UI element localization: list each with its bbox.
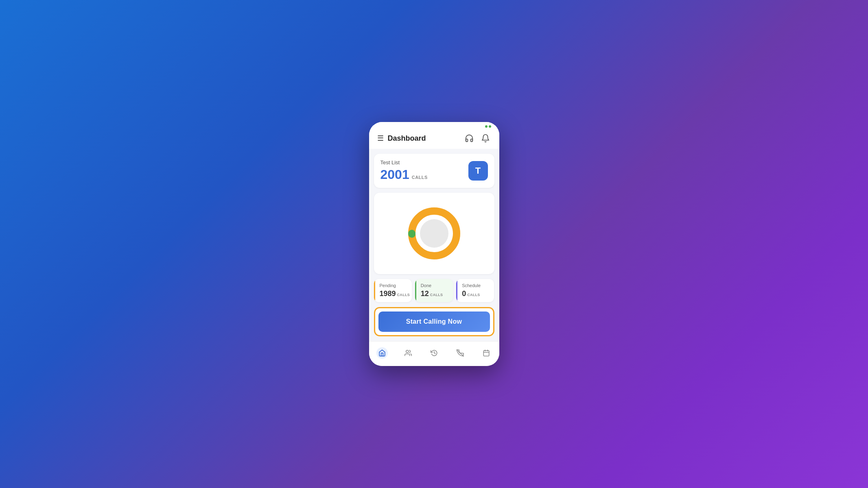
stats-row: Pending 1989 CALLS Done 12 CALLS Schedul… bbox=[374, 279, 494, 302]
stat-card-schedule: Schedule 0 CALLS bbox=[456, 279, 494, 302]
stat-card-pending: Pending 1989 CALLS bbox=[374, 279, 412, 302]
start-calling-button[interactable]: Start Calling Now bbox=[378, 312, 490, 332]
stat-label-done: Done bbox=[421, 283, 449, 288]
home-icon bbox=[376, 347, 388, 359]
schedule-number: 0 bbox=[462, 290, 466, 298]
stat-count-pending: 1989 CALLS bbox=[380, 290, 408, 298]
done-calls-label: CALLS bbox=[430, 293, 443, 297]
status-dot-1 bbox=[485, 125, 488, 128]
stat-count-schedule: 0 CALLS bbox=[462, 290, 490, 298]
nav-item-history[interactable] bbox=[424, 346, 445, 360]
donut-inner bbox=[420, 219, 448, 248]
svg-point-3 bbox=[406, 350, 408, 353]
stat-label-schedule: Schedule bbox=[462, 283, 490, 288]
start-calling-container: Start Calling Now bbox=[374, 307, 494, 336]
header: ☰ Dashboard bbox=[369, 129, 499, 149]
test-list-count: 2001 CALLS bbox=[380, 167, 428, 182]
contacts-icon bbox=[402, 347, 414, 359]
nav-item-phone[interactable] bbox=[450, 346, 471, 360]
phone-icon bbox=[455, 347, 466, 359]
done-number: 12 bbox=[421, 290, 429, 298]
phone-frame: ☰ Dashboard bbox=[369, 122, 499, 366]
hamburger-icon[interactable]: ☰ bbox=[377, 134, 384, 143]
nav-item-contacts[interactable] bbox=[398, 346, 419, 360]
main-content: Test List 2001 CALLS T bbox=[369, 149, 499, 341]
nav-item-home[interactable] bbox=[372, 346, 393, 360]
page-title: Dashboard bbox=[388, 134, 426, 143]
test-list-card: Test List 2001 CALLS T bbox=[374, 154, 494, 188]
schedule-calls-label: CALLS bbox=[467, 293, 480, 297]
svg-rect-5 bbox=[483, 351, 489, 356]
test-list-info: Test List 2001 CALLS bbox=[380, 159, 428, 182]
bell-icon[interactable] bbox=[480, 133, 491, 144]
call-count-label: CALLS bbox=[412, 175, 428, 180]
stat-count-done: 12 CALLS bbox=[421, 290, 449, 298]
call-count-number: 2001 bbox=[380, 167, 409, 182]
chart-area bbox=[374, 193, 494, 274]
stat-card-done: Done 12 CALLS bbox=[415, 279, 453, 302]
stat-label-pending: Pending bbox=[380, 283, 408, 288]
support-icon[interactable] bbox=[464, 133, 475, 144]
history-icon bbox=[429, 347, 440, 359]
status-dot-2 bbox=[489, 125, 491, 128]
nav-item-calendar[interactable] bbox=[476, 346, 497, 360]
status-dots bbox=[485, 125, 491, 128]
header-left: ☰ Dashboard bbox=[377, 134, 426, 143]
status-bar bbox=[369, 122, 499, 129]
bottom-nav bbox=[369, 341, 499, 366]
pending-calls-label: CALLS bbox=[397, 293, 410, 297]
test-list-label: Test List bbox=[380, 159, 428, 166]
donut-chart bbox=[404, 203, 465, 264]
test-list-avatar[interactable]: T bbox=[468, 161, 488, 181]
pending-number: 1989 bbox=[380, 290, 396, 298]
calendar-icon bbox=[481, 347, 492, 359]
header-right bbox=[464, 133, 491, 144]
